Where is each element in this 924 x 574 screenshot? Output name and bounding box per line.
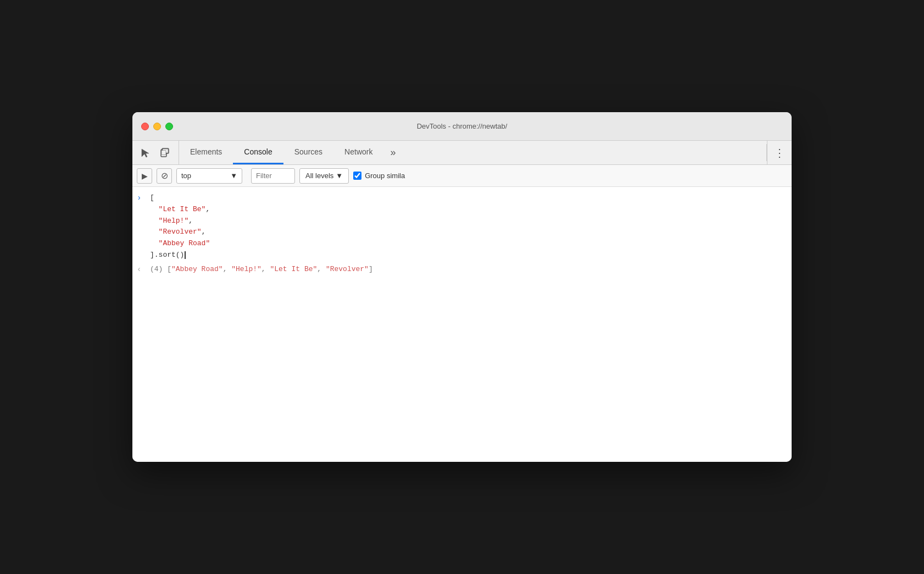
output-arrow: ‹ (137, 265, 148, 274)
clear-icon: ⊘ (161, 170, 168, 181)
window-title: DevTools - chrome://newtab/ (417, 122, 508, 130)
input-arrow[interactable]: › (137, 194, 148, 202)
clear-console-button[interactable]: ⊘ (157, 168, 172, 184)
group-similar-checkbox[interactable] (353, 172, 361, 180)
devtools-window: DevTools - chrome://newtab/ Elements (132, 112, 792, 462)
console-toolbar: ▶ ⊘ top ▼ All levels ▼ Group simila (132, 165, 792, 187)
code-line-bracket-open: [ (150, 192, 787, 204)
svg-rect-3 (162, 150, 166, 154)
tab-network[interactable]: Network (333, 141, 383, 164)
minimize-button[interactable] (153, 123, 161, 130)
code-line-sort: ].sort() (150, 250, 787, 261)
code-line-2: "Help!", (150, 216, 787, 227)
levels-dropdown-icon: ▼ (336, 172, 343, 180)
more-tabs-button[interactable]: » (383, 141, 402, 164)
tabs: Elements Console Sources Network » (179, 141, 766, 164)
devtools-toolbar: Elements Console Sources Network » ⋮ (132, 141, 792, 165)
text-cursor (185, 251, 186, 259)
devtools-menu-button[interactable]: ⋮ (767, 141, 792, 164)
traffic-lights (141, 123, 173, 130)
menu-icon: ⋮ (774, 146, 785, 159)
toolbar-icons (132, 141, 179, 164)
log-levels-button[interactable]: All levels ▼ (299, 168, 349, 184)
device-toggle-button[interactable] (157, 144, 174, 162)
console-input-entry: › [ "Let It Be", "Help!", "Revolver", "A… (132, 191, 792, 263)
context-selector[interactable]: top ▼ (176, 168, 242, 184)
code-line-4: "Abbey Road" (150, 238, 787, 250)
run-snippet-button[interactable]: ▶ (137, 168, 152, 184)
console-input-code[interactable]: [ "Let It Be", "Help!", "Revolver", "Abb… (150, 192, 787, 261)
tab-elements[interactable]: Elements (179, 141, 233, 164)
filter-section: All levels ▼ Group simila (251, 168, 405, 184)
inspect-element-button[interactable] (137, 144, 154, 162)
tab-sources[interactable]: Sources (283, 141, 333, 164)
console-output: › [ "Let It Be", "Help!", "Revolver", "A… (132, 187, 792, 462)
context-dropdown-icon: ▼ (230, 172, 237, 180)
code-line-3: "Revolver", (150, 227, 787, 238)
result-count: (4) [ (150, 265, 171, 273)
title-bar: DevTools - chrome://newtab/ (132, 112, 792, 141)
code-line-1: "Let It Be", (150, 204, 787, 216)
run-icon: ▶ (142, 172, 148, 180)
close-button[interactable] (141, 123, 149, 130)
filter-input[interactable] (251, 168, 295, 184)
console-output-entry: ‹ (4) ["Abbey Road", "Help!", "Let It Be… (132, 263, 792, 277)
group-similar-label[interactable]: Group simila (353, 172, 405, 180)
maximize-button[interactable] (165, 123, 173, 130)
tab-console[interactable]: Console (233, 141, 283, 164)
console-result: (4) ["Abbey Road", "Help!", "Let It Be",… (150, 264, 787, 275)
